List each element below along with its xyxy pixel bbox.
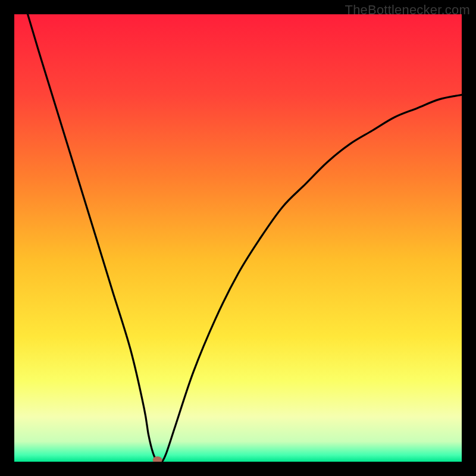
chart-frame: TheBottlenecker.com bbox=[0, 0, 476, 476]
gradient-background bbox=[14, 14, 462, 462]
plot-area bbox=[14, 14, 462, 462]
bottleneck-chart bbox=[14, 14, 462, 462]
